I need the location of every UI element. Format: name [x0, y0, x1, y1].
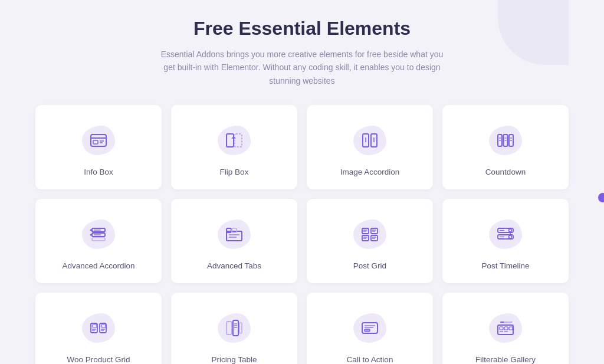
- image-accordion-icon: [359, 130, 380, 151]
- advanced-tabs-icon-wrapper: [215, 215, 253, 253]
- svg-point-49: [509, 229, 512, 232]
- card-call-to-action[interactable]: Call to Action: [307, 293, 433, 364]
- post-timeline-icon: [495, 224, 516, 245]
- post-grid-icon-wrapper: [351, 215, 389, 253]
- info-box-icon-wrapper: [80, 122, 117, 159]
- post-grid-icon: [359, 224, 380, 245]
- svg-rect-60: [226, 322, 232, 335]
- card-advanced-accordion[interactable]: Advanced Accordion: [35, 199, 162, 283]
- countdown-label: Countdown: [485, 168, 526, 176]
- countdown-icon: [495, 130, 516, 151]
- pricing-table-label: Pricing Table: [211, 355, 257, 364]
- svg-rect-59: [101, 324, 106, 327]
- card-image-accordion[interactable]: Image Accordion: [307, 105, 433, 189]
- page-header: Free Essential Elements Essential Addons…: [35, 18, 569, 87]
- elements-grid: Info Box Flip Box: [35, 105, 569, 364]
- svg-rect-23: [92, 238, 105, 241]
- advanced-tabs-label: Advanced Tabs: [207, 261, 261, 270]
- call-to-action-label: Call to Action: [347, 355, 393, 364]
- page-wrapper: Free Essential Elements Essential Addons…: [0, 0, 604, 364]
- post-timeline-label: Post Timeline: [481, 261, 529, 270]
- flip-box-icon-wrapper: [215, 122, 253, 159]
- advanced-accordion-icon: [88, 224, 109, 245]
- card-advanced-tabs[interactable]: Advanced Tabs: [171, 199, 297, 283]
- card-post-grid[interactable]: Post Grid: [307, 199, 433, 283]
- svg-rect-61: [233, 320, 238, 336]
- card-info-box[interactable]: Info Box: [35, 105, 162, 189]
- card-countdown[interactable]: Countdown: [442, 105, 569, 189]
- flip-box-label: Flip Box: [220, 168, 249, 176]
- woo-product-grid-icon: [88, 317, 109, 339]
- advanced-tabs-icon: [224, 224, 245, 245]
- svg-rect-66: [362, 323, 378, 333]
- image-accordion-label: Image Accordion: [340, 168, 400, 176]
- call-to-action-icon-wrapper: [351, 309, 389, 347]
- filterable-gallery-label: Filterable Gallery: [475, 355, 536, 364]
- svg-point-27: [90, 234, 92, 236]
- info-box-icon: [88, 130, 109, 151]
- page-title: Free Essential Elements: [35, 18, 569, 40]
- filterable-gallery-icon-wrapper: [487, 309, 524, 347]
- svg-rect-5: [226, 134, 234, 147]
- card-post-timeline[interactable]: Post Timeline: [442, 199, 569, 283]
- svg-rect-6: [235, 134, 242, 147]
- pricing-table-icon: [224, 317, 245, 339]
- post-grid-label: Post Grid: [353, 261, 386, 270]
- image-accordion-icon-wrapper: [351, 122, 389, 159]
- post-timeline-icon-wrapper: [487, 215, 524, 253]
- flip-box-icon: [224, 130, 245, 151]
- card-pricing-table[interactable]: Pricing Table: [171, 293, 297, 364]
- filterable-gallery-icon: [495, 317, 516, 339]
- svg-rect-73: [504, 327, 508, 330]
- svg-point-50: [509, 235, 512, 238]
- woo-product-grid-icon-wrapper: [80, 309, 117, 347]
- woo-product-grid-label: Woo Product Grid: [67, 355, 130, 364]
- svg-rect-72: [500, 327, 503, 330]
- card-filterable-gallery[interactable]: Filterable Gallery: [442, 293, 569, 364]
- pricing-table-icon-wrapper: [215, 309, 253, 347]
- deco-circle: [598, 193, 604, 202]
- countdown-icon-wrapper: [487, 122, 524, 159]
- card-woo-product-grid[interactable]: Woo Product Grid: [35, 293, 162, 364]
- svg-rect-58: [93, 324, 97, 327]
- svg-point-26: [90, 229, 92, 231]
- advanced-accordion-label: Advanced Accordion: [62, 261, 134, 270]
- info-box-label: Info Box: [84, 168, 113, 176]
- advanced-accordion-icon-wrapper: [80, 215, 117, 253]
- call-to-action-icon: [359, 317, 380, 339]
- card-flip-box[interactable]: Flip Box: [171, 105, 297, 189]
- svg-rect-74: [509, 327, 513, 330]
- svg-rect-2: [93, 140, 98, 144]
- page-subtitle: Essential Addons brings you more creativ…: [155, 48, 449, 87]
- svg-rect-62: [239, 323, 242, 333]
